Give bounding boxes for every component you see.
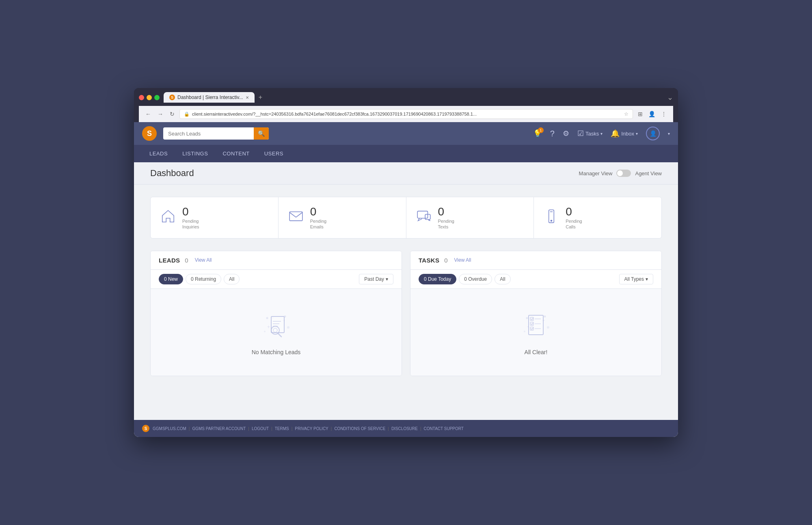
browser-tabs: S Dashboard | Sierra Interactiv... ✕ + [164,92,265,103]
tasks-filter-due-today[interactable]: 0 Due Today [419,274,456,284]
secure-icon: 🔒 [184,112,190,117]
tasks-panel-title: TASKS [419,257,439,264]
bookmark-icon: ☆ [624,111,628,117]
lightbulb-button[interactable]: 💡 1 [533,129,542,138]
footer-link-3[interactable]: TERMS [275,426,289,431]
leads-empty-icon: + + + [260,309,292,343]
footer-link-0[interactable]: GGMSPLUS.COM [153,426,186,431]
active-tab[interactable]: S Dashboard | Sierra Interactiv... ✕ [164,92,255,103]
stat-card-inquiries: 0 PendingInquiries [151,197,279,238]
leads-panel: LEADS 0 View All 0 New 0 Returning All P… [150,251,402,376]
leads-time-filter[interactable]: Past Day ▾ [359,274,393,284]
footer: S GGMSPLUS.COM | GGMS PARTNER ACCOUNT | … [134,420,678,437]
footer-link-4[interactable]: PRIVACY POLICY [295,426,328,431]
nav-users[interactable]: USERS [257,145,291,162]
close-button[interactable] [139,95,144,100]
tasks-filters: 0 Due Today 0 Overdue All All Types ▾ [410,270,661,289]
svg-rect-25 [529,315,543,335]
house-icon [160,209,176,227]
tab-close-button[interactable]: ✕ [246,95,249,100]
agent-view-label: Agent View [635,170,662,176]
svg-point-18 [526,317,528,319]
leads-filter-new[interactable]: 0 New [159,274,183,284]
leads-empty-state: + + + No [151,289,402,376]
footer-link-2[interactable]: LOGOUT [252,426,269,431]
footer-logo: S [142,425,149,432]
stat-card-calls: 0 PendingCalls [534,197,661,238]
texts-count: 0 [438,205,454,218]
search-button[interactable]: 🔍 [254,127,269,140]
settings-button[interactable]: ⚙ [563,129,569,138]
tasks-empty-state: + + + [410,289,661,376]
user-icon: 👤 [650,130,657,137]
help-button[interactable]: ? [550,129,555,138]
leads-filter-all[interactable]: All [224,274,240,284]
tasks-view-all[interactable]: View All [454,257,471,263]
page-header: Dashboard Manager View Agent View [134,162,678,185]
tasks-type-filter[interactable]: All Types ▾ [619,274,653,284]
leads-time-label: Past Day [364,276,384,282]
leads-filters: 0 New 0 Returning All Past Day ▾ [151,270,402,289]
nav-listings[interactable]: LISTINGS [175,145,215,162]
svg-point-21 [524,331,525,332]
search-bar: 🔍 [163,127,269,140]
url-bar[interactable]: 🔒 client.sierrainteractivedev.com/?__hst… [179,109,633,119]
leads-empty-text: No Matching Leads [252,349,301,355]
svg-point-7 [266,317,268,319]
back-button[interactable]: ← [144,110,153,118]
search-input[interactable] [163,128,254,140]
secondary-nav: LEADS LISTINGS CONTENT USERS [134,145,678,162]
manager-view-label: Manager View [579,170,613,176]
chat-icon [416,209,432,227]
lightbulb-badge: 1 [538,127,544,133]
leads-filter-returning[interactable]: 0 Returning [186,274,221,284]
tasks-panel: TASKS 0 View All 0 Due Today 0 Overdue A… [410,251,662,376]
inquiries-label: PendingInquiries [182,218,199,230]
footer-link-5[interactable]: CONDITIONS OF SERVICE [334,426,385,431]
tasks-button[interactable]: ☑ Tasks ▾ [577,129,603,138]
tasks-empty-icon: + + + [520,309,552,343]
extensions-icon[interactable]: ⊞ [636,110,644,118]
help-icon: ? [550,129,555,138]
svg-point-10 [264,331,266,332]
stat-card-emails: 0 PendingEmails [279,197,406,238]
page-title: Dashboard [150,168,194,179]
svg-point-5 [551,220,552,221]
tab-favicon: S [169,95,175,100]
tasks-caret-icon: ▾ [600,131,603,136]
nav-leads[interactable]: LEADS [142,145,175,162]
tasks-empty-text: All Clear! [525,349,548,355]
new-tab-button[interactable]: + [256,93,265,102]
logo: S [142,126,157,141]
maximize-button[interactable] [154,95,160,100]
leads-view-all[interactable]: View All [195,257,212,263]
tasks-filter-overdue[interactable]: 0 Overdue [459,274,492,284]
footer-link-1[interactable]: GGMS PARTNER ACCOUNT [192,426,246,431]
tasks-label: Tasks [585,131,599,137]
window-controls [139,95,160,100]
reload-button[interactable]: ↻ [168,110,176,118]
inbox-button[interactable]: 🔔 Inbox ▾ [611,129,638,138]
svg-line-17 [278,334,281,337]
forward-button[interactable]: → [156,110,165,118]
panels-row: LEADS 0 View All 0 New 0 Returning All P… [150,251,662,376]
svg-rect-1 [289,212,302,221]
more-icon[interactable]: ⋮ [659,110,668,118]
profile-icon[interactable]: 👤 [647,110,657,118]
leads-panel-title: LEADS [159,257,180,264]
nav-content[interactable]: CONTENT [215,145,257,162]
phone-icon [544,209,559,227]
nav-icons: 💡 1 ? ⚙ ☑ Tasks ▾ 🔔 Inbox ▾ [533,127,670,140]
footer-link-6[interactable]: DISCLOSURE [391,426,418,431]
view-toggle-switch[interactable] [616,170,631,177]
footer-link-7[interactable]: CONTACT SUPPORT [424,426,464,431]
title-bar: S Dashboard | Sierra Interactiv... ✕ + ⌄ [139,92,673,103]
app-container: S 🔍 💡 1 ? ⚙ ☑ [134,122,678,437]
svg-point-19 [544,315,546,317]
search-icon: 🔍 [258,130,265,137]
tasks-filter-all[interactable]: All [495,274,510,284]
user-avatar[interactable]: 👤 [646,127,660,140]
tab-title: Dashboard | Sierra Interactiv... [177,95,243,100]
minimize-button[interactable] [147,95,152,100]
calls-count: 0 [566,205,582,218]
